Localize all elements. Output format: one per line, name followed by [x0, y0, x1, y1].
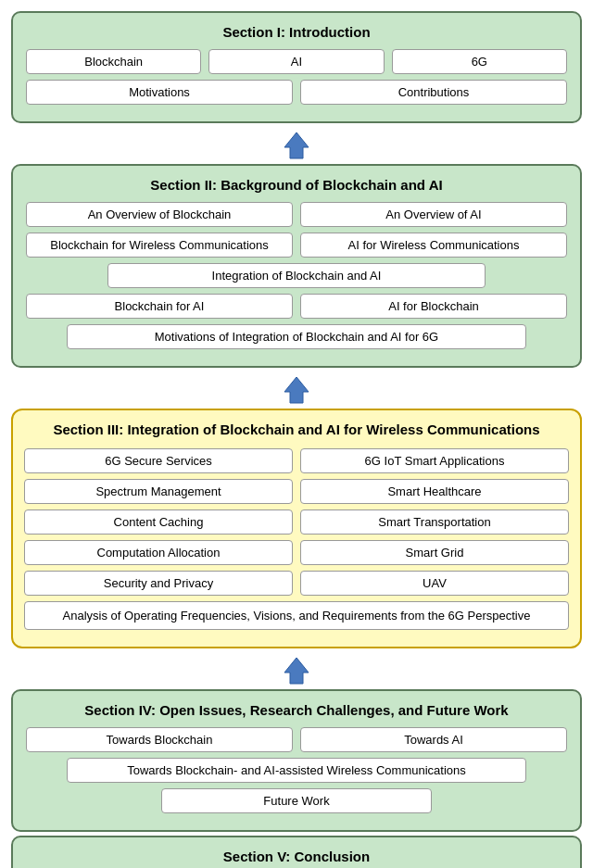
section1-contributions: Contributions: [300, 80, 567, 105]
s4-towards-ai: Towards AI: [300, 727, 567, 752]
section5-title: Section V: Conclusion: [26, 849, 567, 864]
section1-ai: AI: [208, 49, 384, 74]
section2-row4: Blockchain for AI AI for Blockchain: [26, 294, 567, 319]
section3-outer: Section III: Integration of Blockchain a…: [11, 409, 582, 648]
section2-integration: Integration of Blockchain and AI: [107, 263, 486, 288]
svg-marker-0: [284, 132, 309, 158]
section2-row3: Integration of Blockchain and AI: [26, 263, 567, 288]
s3-computation: Computation Allocation: [24, 540, 293, 565]
arrow2: [283, 375, 310, 405]
s3-analysis: Analysis of Operating Frequencies, Visio…: [24, 601, 569, 630]
s3-grid: Smart Grid: [300, 540, 569, 565]
s3-content: Content Caching: [24, 509, 293, 535]
section3-bottom-row: Analysis of Operating Frequencies, Visio…: [24, 601, 569, 630]
s3-spectrum: Spectrum Management: [24, 479, 293, 504]
section1-box: Section I: Introduction Blockchain AI 6G…: [11, 11, 582, 123]
section2-title: Section II: Background of Blockchain and…: [26, 177, 567, 193]
section3-col2: 6G IoT Smart Applications Smart Healthca…: [300, 448, 569, 596]
svg-marker-2: [284, 658, 309, 684]
arrow3: [283, 656, 310, 686]
s3-uav: UAV: [300, 571, 569, 596]
section4-row1: Towards Blockchain Towards AI: [26, 727, 567, 752]
section4-row3: Future Work: [26, 788, 567, 813]
section2-blockchain-ai: Blockchain for AI: [26, 294, 293, 319]
section2-ai-wireless: AI for Wireless Communications: [300, 233, 567, 258]
s3-6g-iot: 6G IoT Smart Applications: [300, 448, 569, 473]
section1-row2: Motivations Contributions: [26, 80, 567, 105]
section1-motivations: Motivations: [26, 80, 293, 105]
section5-box: Section V: Conclusion: [11, 836, 582, 868]
section2-row1: An Overview of Blockchain An Overview of…: [26, 202, 567, 227]
section2-motivations: Motivations of Integration of Blockchain…: [67, 324, 526, 349]
section1-row1: Blockchain AI 6G: [26, 49, 567, 74]
section3-rows: 6G Secure Services Spectrum Management C…: [24, 448, 569, 596]
section3-col1: 6G Secure Services Spectrum Management C…: [24, 448, 293, 596]
section2-blockchain-wireless: Blockchain for Wireless Communications: [26, 233, 293, 258]
s3-6g-secure: 6G Secure Services: [24, 448, 293, 473]
section4-row2: Towards Blockchain- and AI-assisted Wire…: [26, 758, 567, 783]
section1-6g: 6G: [392, 49, 567, 74]
section2-box: Section II: Background of Blockchain and…: [11, 164, 582, 368]
section1-blockchain: Blockchain: [26, 49, 201, 74]
section2-overview-blockchain: An Overview of Blockchain: [26, 202, 293, 227]
section2-ai-blockchain: AI for Blockchain: [300, 294, 567, 319]
s4-future-work: Future Work: [161, 788, 432, 813]
svg-marker-1: [284, 377, 309, 403]
section2-row2: Blockchain for Wireless Communications A…: [26, 233, 567, 258]
arrow1: [283, 131, 310, 160]
s3-transportation: Smart Transportation: [300, 509, 569, 535]
s3-security: Security and Privacy: [24, 571, 293, 596]
section2-row5: Motivations of Integration of Blockchain…: [26, 324, 567, 349]
s4-towards-wireless: Towards Blockchain- and AI-assisted Wire…: [67, 758, 526, 783]
section2-overview-ai: An Overview of AI: [300, 202, 567, 227]
section1-title: Section I: Introduction: [26, 24, 567, 40]
s3-healthcare: Smart Healthcare: [300, 479, 569, 504]
section4-title: Section IV: Open Issues, Research Challe…: [26, 702, 567, 718]
s4-towards-blockchain: Towards Blockchain: [26, 727, 293, 752]
section4-box: Section IV: Open Issues, Research Challe…: [11, 689, 582, 832]
section3-title: Section III: Integration of Blockchain a…: [24, 421, 569, 437]
